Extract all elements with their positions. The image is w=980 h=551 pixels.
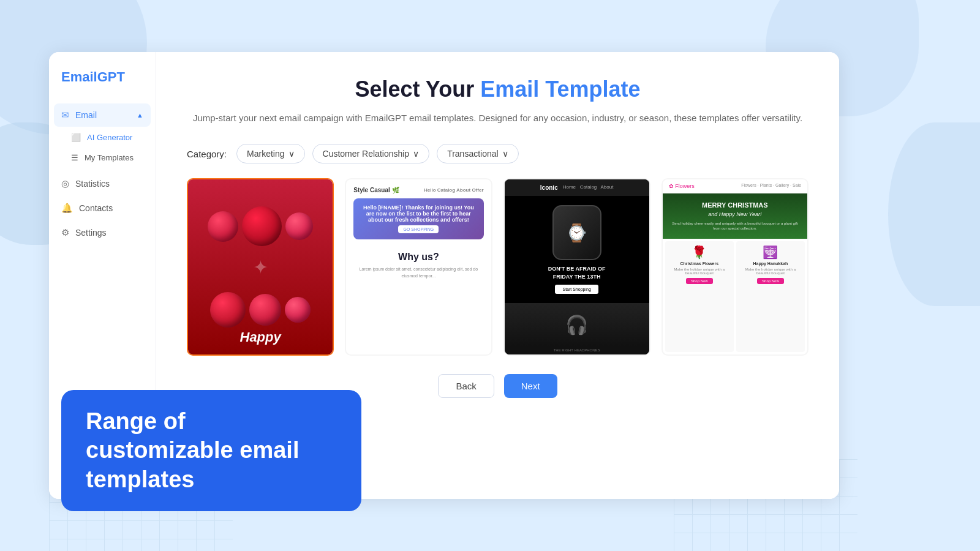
sidebar-item-contacts[interactable]: 🔔 Contacts [54,197,151,220]
email-icon: ✉ [61,110,69,121]
page-title: Select Your Email Template [187,77,809,102]
category-row: Category: Marketing ∨ Customer Relations… [187,144,809,163]
sidebar-ai-generator-label: AI Generator [87,133,132,142]
casual-greeting: Hello [FNAME]! Thanks for joining us! Yo… [361,204,476,223]
back-button[interactable]: Back [438,374,494,398]
christmas-happy-text: Happy [240,329,281,345]
watch-icon: ⌚ [566,223,587,243]
template-casual-preview: Style Casual 🌿 Hello Catalog About Offer… [346,179,491,354]
flowers-headline: MERRY CHRISTMASand Happy New Year! [670,201,800,219]
flowers-logo: ✿ Flowers [669,183,695,189]
iconic-main: ⌚ DON'T BE AFRAID OFFRIDAY THE 13TH Star… [505,196,649,303]
christmas-ball-3 [285,212,313,240]
christmas-ball-5 [249,294,281,326]
flowers-subtext: Send holiday cheer easily and uniquely w… [670,221,800,231]
template-christmas-preview: ✦ Happy [188,179,333,354]
title-prefix: Select Your [355,77,480,102]
chevron-down-icon: ∨ [502,149,508,159]
category-btn-transactional[interactable]: Transactional ∨ [437,144,519,163]
flower-1-cta: Shop Now [686,278,713,284]
sidebar-item-statistics[interactable]: ◎ Statistics [54,172,151,195]
casual-why-text: Why us? [353,252,483,263]
sidebar-item-email[interactable]: ✉ Email ▲ [54,103,151,127]
iconic-header: Iconic Home Catalog About [505,179,649,196]
iconic-watch: ⌚ [552,205,601,260]
iconic-logo: Iconic [540,184,558,191]
flower-2-emoji: 🕎 [763,245,778,260]
leaf-icon: 🌿 [392,187,399,193]
casual-shop-btn: GO SHOPPING [398,225,439,233]
flower-item-1: 🌹 Christmas Flowers Make the holiday uni… [665,241,734,352]
sidebar-item-settings[interactable]: ⚙ Settings [54,221,151,244]
chevron-up-icon: ▲ [137,111,143,119]
flower-1-emoji: 🌹 [692,245,707,260]
christmas-ball-2 [242,206,282,246]
sidebar-sub-menu: ⬜ AI Generator ☰ My Templates [54,128,151,167]
sidebar-settings-label: Settings [75,228,107,238]
logo-suffix: GPT [97,69,125,84]
category-label: Category: [187,149,227,159]
templates-grid: ✦ Happy Style Casual 🌿 Hello Catalog Abo… [187,178,809,356]
promo-banner-text: Range of customizable email templates [86,407,337,495]
flower-2-sub: Make the holiday unique with a beautiful… [740,268,801,275]
iconic-cta: Start Shopping [555,285,598,294]
iconic-footer: THE RIGHT HEADPHONES [505,346,649,354]
flowers-hero: MERRY CHRISTMASand Happy New Year! Send … [663,193,807,239]
chevron-down-icon: ∨ [288,149,295,159]
sidebar-contacts-label: Contacts [79,203,113,213]
flower-1-sub: Make the holiday unique with a beautiful… [669,268,730,275]
template-card-casual[interactable]: Style Casual 🌿 Hello Catalog About Offer… [345,178,492,356]
christmas-ball-4 [210,292,246,328]
template-flowers-preview: ✿ Flowers Flowers · Plants · Gallery · S… [663,179,807,354]
logo: EmailGPT [49,69,156,103]
christmas-ball-6 [285,297,311,323]
category-btn-customer-relationship[interactable]: Customer Relationship ∨ [312,144,430,163]
casual-description: Lorem ipsum dolor sit amet, consectetur … [353,266,483,279]
ai-generator-icon: ⬜ [71,133,81,142]
sidebar-email-label: Email [75,110,97,120]
christmas-ball-1 [208,211,238,242]
flower-item-2: 🕎 Happy Hanukkah Make the holiday unique… [736,241,805,352]
casual-bubble: Hello [FNAME]! Thanks for joining us! Yo… [353,198,483,239]
iconic-nav: Home Catalog About [563,184,614,191]
page-subtitle: Jump-start your next email campaign with… [187,111,809,126]
christmas-star-icon: ✦ [253,257,268,278]
contacts-icon: 🔔 [61,203,73,214]
template-card-iconic[interactable]: Iconic Home Catalog About ⌚ DON'T BE AFR… [503,178,650,356]
casual-logo: Style Casual 🌿 [353,187,399,193]
templates-icon: ☰ [71,153,78,162]
sidebar-item-ai-generator[interactable]: ⬜ AI Generator [64,128,151,147]
casual-nav: Hello Catalog About Offer [424,187,483,193]
settings-icon: ⚙ [61,227,69,238]
title-highlight: Email Template [480,77,640,102]
sidebar-section-email: ✉ Email ▲ ⬜ AI Generator ☰ My Templates [49,103,156,168]
template-iconic-preview: Iconic Home Catalog About ⌚ DON'T BE AFR… [505,179,649,354]
flowers-header: ✿ Flowers Flowers · Plants · Gallery · S… [663,179,807,193]
flower-2-cta: Shop Now [757,278,784,284]
flowers-product-grid: 🌹 Christmas Flowers Make the holiday uni… [663,239,807,354]
template-card-christmas[interactable]: ✦ Happy [187,178,334,356]
category-btn-marketing[interactable]: Marketing ∨ [236,144,304,163]
headphones-icon: 🎧 [565,314,588,335]
next-button[interactable]: Next [504,374,557,398]
iconic-headline: DON'T BE AFRAID OFFRIDAY THE 13TH [542,265,612,280]
logo-prefix: Email [61,69,97,84]
bg-decoration-4 [888,122,980,306]
chevron-down-icon: ∨ [413,149,419,159]
sidebar-my-templates-label: My Templates [85,153,134,162]
flower-1-title: Christmas Flowers [680,261,718,266]
flowers-nav: Flowers · Plants · Gallery · Sale [741,183,801,189]
iconic-headphones: 🎧 [505,303,649,346]
sidebar-statistics-label: Statistics [75,179,110,189]
template-card-flowers[interactable]: ✿ Flowers Flowers · Plants · Gallery · S… [662,178,809,356]
statistics-icon: ◎ [61,178,69,189]
sidebar-item-my-templates[interactable]: ☰ My Templates [64,148,151,167]
flower-2-title: Happy Hanukkah [753,261,788,266]
sidebar-section-stats: ◎ Statistics 🔔 Contacts ⚙ Settings [49,172,156,246]
promo-banner: Range of customizable email templates [61,390,361,512]
casual-header: Style Casual 🌿 Hello Catalog About Offer [353,187,483,193]
